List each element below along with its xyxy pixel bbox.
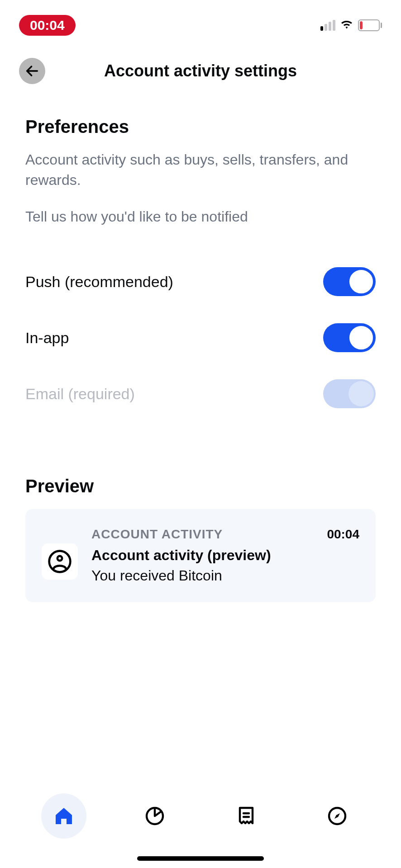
person-icon xyxy=(47,549,72,574)
preview-time: 00:04 xyxy=(327,527,359,542)
content: Preferences Account activity such as buy… xyxy=(0,90,401,602)
status-time-pill: 00:04 xyxy=(19,15,76,36)
toggle-inapp[interactable] xyxy=(323,323,376,352)
nav-portfolio[interactable] xyxy=(132,793,177,839)
battery-icon: 13 xyxy=(358,19,382,31)
page-header: Account activity settings xyxy=(0,42,401,90)
preferences-description: Account activity such as buys, sells, tr… xyxy=(25,150,376,190)
preview-section: Preview ACCOUNT ACTIVITY 00:04 Account a… xyxy=(25,476,376,602)
preference-label: Email (required) xyxy=(25,385,135,403)
toggle-email xyxy=(323,379,376,408)
preview-avatar xyxy=(42,543,78,580)
back-button[interactable] xyxy=(19,58,45,84)
pie-chart-icon xyxy=(144,805,166,827)
preferences-prompt: Tell us how you'd like to be notified xyxy=(25,207,376,227)
preview-heading: Preview xyxy=(25,476,376,496)
status-bar: 00:04 13 xyxy=(0,0,401,42)
nav-receipt[interactable] xyxy=(224,793,269,839)
preference-row-push: Push (recommended) xyxy=(25,254,376,310)
svg-point-1 xyxy=(57,556,62,561)
arrow-left-icon xyxy=(24,63,40,79)
status-right: 13 xyxy=(320,19,382,32)
receipt-icon xyxy=(235,805,257,827)
preview-title: Account activity (preview) xyxy=(91,547,359,564)
nav-explore[interactable] xyxy=(315,793,360,839)
home-icon xyxy=(53,805,75,827)
page-title: Account activity settings xyxy=(19,61,382,80)
preview-category: ACCOUNT ACTIVITY xyxy=(91,527,223,542)
preference-row-email: Email (required) xyxy=(25,366,376,422)
preference-row-inapp: In-app xyxy=(25,310,376,366)
preview-body: ACCOUNT ACTIVITY 00:04 Account activity … xyxy=(91,527,359,584)
wifi-icon xyxy=(340,19,353,32)
nav-home[interactable] xyxy=(41,793,86,839)
home-indicator[interactable] xyxy=(137,856,264,861)
preference-label: In-app xyxy=(25,329,69,347)
toggle-push[interactable] xyxy=(323,267,376,296)
preference-label: Push (recommended) xyxy=(25,273,173,291)
compass-icon xyxy=(326,805,348,827)
bottom-nav xyxy=(0,787,401,868)
preferences-heading: Preferences xyxy=(25,117,376,137)
preview-message: You received Bitcoin xyxy=(91,567,359,584)
cellular-signal-icon xyxy=(320,20,335,31)
preview-card: ACCOUNT ACTIVITY 00:04 Account activity … xyxy=(25,509,376,602)
